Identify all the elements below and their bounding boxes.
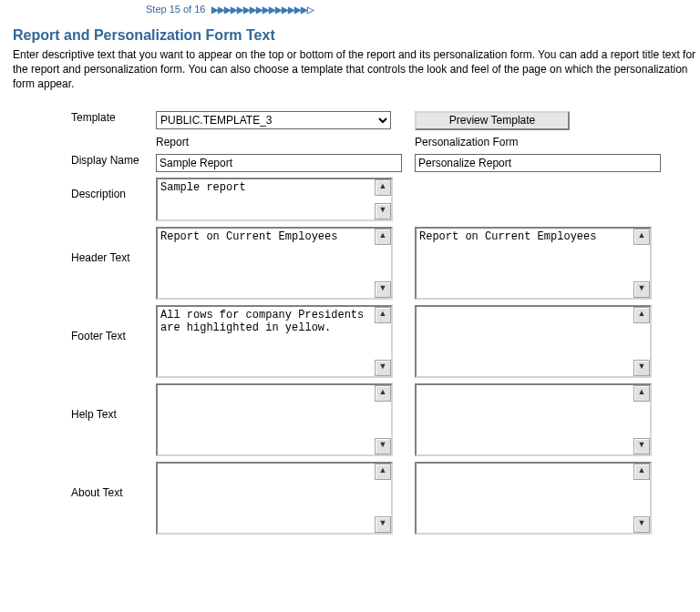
- report-about-wrap: ▲ ▼: [156, 462, 393, 535]
- scroll-down-icon[interactable]: ▼: [633, 360, 650, 376]
- page-intro: Enter descriptive text that you want to …: [13, 47, 700, 92]
- report-description-textarea[interactable]: [158, 179, 373, 219]
- preview-template-button[interactable]: Preview Template: [415, 111, 570, 130]
- report-header-wrap: ▲ ▼: [156, 227, 393, 300]
- report-about-textarea[interactable]: [158, 464, 373, 533]
- scroll-up-icon[interactable]: ▲: [375, 229, 391, 245]
- label-about-text: About Text: [67, 459, 152, 537]
- report-help-textarea[interactable]: [158, 385, 373, 454]
- report-footer-textarea[interactable]: [158, 307, 373, 376]
- scroll-down-icon[interactable]: ▼: [633, 438, 650, 454]
- column-header-pers: Personalization Form: [411, 133, 670, 151]
- pers-help-textarea[interactable]: [417, 385, 632, 454]
- scroll-up-icon[interactable]: ▲: [375, 179, 391, 196]
- template-select[interactable]: PUBLIC.TEMPLATE_3: [156, 111, 391, 129]
- scroll-down-icon[interactable]: ▼: [633, 516, 650, 533]
- scroll-down-icon[interactable]: ▼: [375, 203, 391, 219]
- scroll-down-icon[interactable]: ▼: [375, 438, 391, 454]
- scroll-up-icon[interactable]: ▲: [375, 464, 391, 480]
- scroll-down-icon[interactable]: ▼: [375, 360, 391, 376]
- label-help-text: Help Text: [67, 381, 152, 459]
- report-header-textarea[interactable]: [158, 229, 373, 298]
- pers-header-textarea[interactable]: [417, 229, 632, 298]
- pers-footer-textarea[interactable]: [417, 307, 632, 376]
- report-display-name-input[interactable]: [156, 154, 402, 172]
- scroll-up-icon[interactable]: ▲: [633, 229, 650, 245]
- label-header-text: Header Text: [67, 224, 152, 302]
- scroll-up-icon[interactable]: ▲: [375, 385, 391, 402]
- column-header-report: Report: [152, 133, 411, 151]
- report-description-wrap: ▲ ▼: [156, 178, 393, 221]
- label-template: Template: [67, 108, 152, 133]
- scroll-up-icon[interactable]: ▲: [633, 385, 650, 402]
- label-footer-text: Footer Text: [67, 302, 152, 381]
- scroll-up-icon[interactable]: ▲: [375, 307, 391, 323]
- pers-help-wrap: ▲ ▼: [415, 383, 652, 456]
- page-title: Report and Personalization Form Text: [13, 27, 700, 44]
- scroll-up-icon[interactable]: ▲: [633, 464, 650, 480]
- label-description: Description: [67, 175, 152, 224]
- pers-footer-wrap: ▲ ▼: [415, 305, 652, 378]
- pers-header-wrap: ▲ ▼: [415, 227, 652, 300]
- scroll-down-icon[interactable]: ▼: [375, 516, 391, 533]
- label-display-name: Display Name: [67, 151, 152, 175]
- scroll-down-icon[interactable]: ▼: [633, 281, 650, 298]
- report-help-wrap: ▲ ▼: [156, 383, 393, 456]
- scroll-up-icon[interactable]: ▲: [633, 307, 650, 323]
- pers-about-textarea[interactable]: [417, 464, 632, 533]
- report-footer-wrap: ▲ ▼: [156, 305, 393, 378]
- step-progress-icon: ▶▶▶▶▶▶▶▶▶▶▶▶▶▶▶▷: [211, 5, 314, 15]
- pers-display-name-input[interactable]: [415, 154, 661, 172]
- pers-about-wrap: ▲ ▼: [415, 462, 652, 535]
- scroll-down-icon[interactable]: ▼: [375, 281, 391, 298]
- step-link[interactable]: Step 15 of 16: [146, 4, 205, 15]
